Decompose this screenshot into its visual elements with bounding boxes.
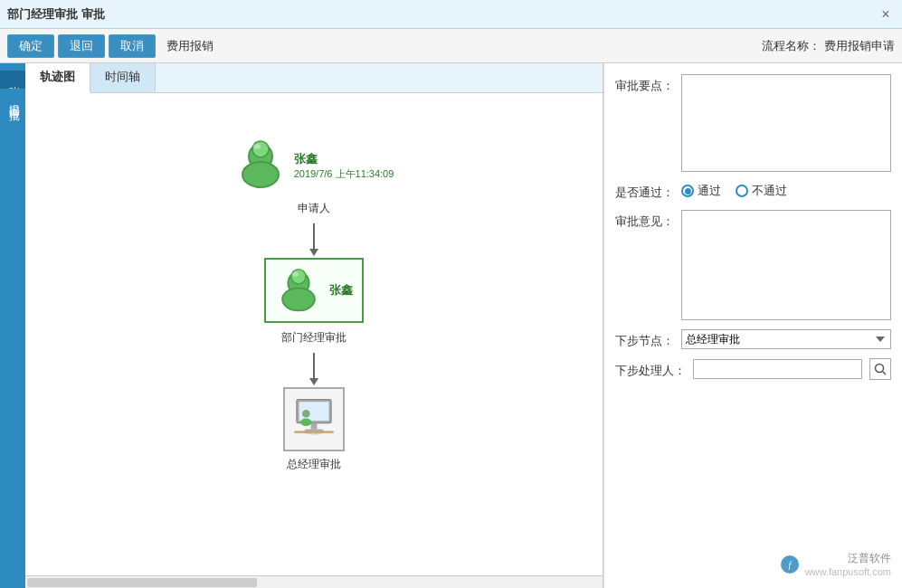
sidebar-item-nav[interactable]: 退回审批 xyxy=(0,89,25,110)
svg-point-15 xyxy=(305,430,324,434)
radio-reject[interactable]: 不通过 xyxy=(736,183,787,199)
svg-point-6 xyxy=(282,288,315,310)
cancel-button[interactable]: 取消 xyxy=(109,34,156,58)
approval-key-textarea[interactable] xyxy=(681,74,891,172)
title-bar: 部门经理审批 审批 × xyxy=(0,0,902,29)
person-icon-1 xyxy=(234,137,287,193)
logo-text: 泛普软件 www.fanpusoft.com xyxy=(805,551,891,577)
tab-timeline[interactable]: 时间轴 xyxy=(90,63,156,92)
radio-pass-circle xyxy=(681,185,694,197)
left-sidebar: 张鑫 退回审批 xyxy=(0,63,25,588)
horizontal-scrollbar[interactable] xyxy=(25,575,603,588)
pass-label: 是否通过： xyxy=(615,181,674,201)
connector-2 xyxy=(313,353,315,380)
computer-icon xyxy=(290,394,337,441)
close-button[interactable]: × xyxy=(877,5,895,24)
tab-bar: 轨迹图 时间轴 xyxy=(25,63,603,93)
node2-role: 部门经理审批 xyxy=(281,330,347,346)
approval-key-label: 审批要点： xyxy=(615,74,674,94)
svg-point-16 xyxy=(876,365,884,373)
flow-inner: 张鑫 2019/7/6 上午11:34:09 申请人 xyxy=(25,93,603,575)
search-handler-button[interactable] xyxy=(869,358,891,380)
flow-node-manager: 张鑫 部门经理审批 xyxy=(264,258,364,346)
comment-label: 审批意见： xyxy=(615,210,674,230)
svg-point-13 xyxy=(300,418,311,426)
pass-row: 是否通过： 通过 不通过 xyxy=(615,181,891,201)
approval-key-row: 审批要点： xyxy=(615,74,891,172)
next-node-select[interactable]: 总经理审批 xyxy=(681,329,891,349)
main-content: 张鑫 退回审批 轨迹图 时间轴 xyxy=(0,63,902,588)
scrollbar-thumb xyxy=(27,578,257,587)
back-button[interactable]: 退回 xyxy=(58,34,105,58)
radio-pass-label: 通过 xyxy=(698,183,721,199)
radio-reject-label: 不通过 xyxy=(752,183,787,199)
connector-1 xyxy=(313,223,315,251)
next-handler-row: 下步处理人： xyxy=(615,358,891,380)
flow-node-general-manager: 总经理审批 xyxy=(283,387,345,472)
svg-point-7 xyxy=(292,271,299,276)
svg-point-12 xyxy=(302,410,310,418)
node2-name: 张鑫 xyxy=(329,282,353,299)
svg-point-1 xyxy=(252,141,269,157)
next-node-row: 下步节点： 总经理审批 xyxy=(615,329,891,349)
window-title: 部门经理审批 审批 xyxy=(7,6,105,23)
next-handler-label: 下步处理人： xyxy=(615,359,686,379)
flow-name-value: 费用报销申请 xyxy=(824,39,895,52)
logo-area: f 泛普软件 www.fanpusoft.com xyxy=(615,547,891,577)
comment-textarea[interactable] xyxy=(681,210,891,320)
module-label: 费用报销 xyxy=(166,38,214,54)
radio-pass[interactable]: 通过 xyxy=(681,183,721,199)
node3-role: 总经理审批 xyxy=(287,457,341,472)
svg-line-17 xyxy=(883,372,887,375)
pass-radio-group: 通过 不通过 xyxy=(681,181,787,199)
svg-rect-10 xyxy=(311,423,318,430)
search-icon xyxy=(874,363,887,375)
comment-row: 审批意见： xyxy=(615,210,891,320)
svg-point-2 xyxy=(242,162,279,187)
flow-diagram-area[interactable]: 张鑫 2019/7/6 上午11:34:09 申请人 xyxy=(25,93,603,575)
right-panel: 审批要点： 是否通过： 通过 不通过 审批意见： 下步节 xyxy=(603,63,902,588)
sidebar-item-user[interactable]: 张鑫 xyxy=(0,71,25,89)
svg-point-5 xyxy=(291,270,306,284)
svg-point-3 xyxy=(253,144,261,149)
toolbar: 确定 退回 取消 费用报销 流程名称： 费用报销申请 xyxy=(0,29,902,63)
brand-logo-icon: f xyxy=(780,555,800,574)
radio-reject-circle xyxy=(736,185,748,197)
node1-role: 申请人 xyxy=(298,201,330,216)
tab-trajectory[interactable]: 轨迹图 xyxy=(25,63,90,93)
next-handler-input[interactable] xyxy=(693,359,862,379)
person-icon-2 xyxy=(275,265,322,316)
node1-time: 2019/7/6 上午11:34:09 xyxy=(294,167,394,181)
flow-node-applicant: 张鑫 2019/7/6 上午11:34:09 申请人 xyxy=(234,137,394,216)
center-panel: 轨迹图 时间轴 xyxy=(25,63,603,588)
confirm-button[interactable]: 确定 xyxy=(7,34,54,58)
node1-name: 张鑫 xyxy=(294,151,394,167)
next-node-label: 下步节点： xyxy=(615,329,674,349)
flow-name-label: 流程名称： 费用报销申请 xyxy=(762,38,895,54)
